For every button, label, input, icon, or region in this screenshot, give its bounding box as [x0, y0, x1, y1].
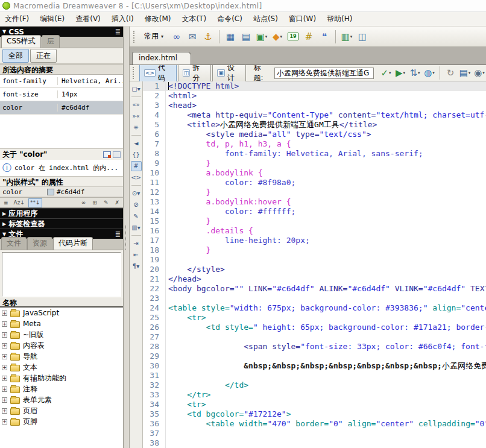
document-title-input[interactable] [274, 68, 374, 79]
show-category-view-icon[interactable]: ≣ [2, 198, 10, 207]
expand-plus-icon[interactable]: + [2, 321, 7, 327]
expand-all-icon[interactable]: ✳ [131, 122, 142, 133]
show-cascade-view-icon[interactable] [113, 151, 121, 158]
select-parent-tag-icon[interactable]: ◄ [131, 138, 142, 148]
collapse-selection-icon[interactable]: »« [131, 111, 142, 121]
document-tab[interactable]: index.html [132, 52, 191, 65]
tag-chooser-icon[interactable]: ◫ [355, 30, 370, 44]
menu-item-10[interactable]: 帮助(H) [327, 14, 352, 24]
snippet-folder-item[interactable]: +有辅助功能的 [0, 373, 123, 383]
hyperlink-icon[interactable]: ∞ [169, 30, 184, 44]
line-number: 24 [143, 303, 166, 313]
rule-row[interactable]: color#c6d4df [0, 187, 123, 197]
recent-snippets-icon[interactable]: ▥▾ [131, 222, 142, 233]
indent-code-icon[interactable]: ⇥ [131, 238, 142, 248]
server-include-icon[interactable]: # [301, 30, 316, 44]
expand-plus-icon[interactable]: + [2, 343, 7, 349]
snippet-folder-item[interactable]: +表单元素 [0, 394, 123, 405]
tab-层[interactable]: 层 [42, 35, 60, 48]
expand-plus-icon[interactable]: + [2, 376, 7, 381]
comment-icon[interactable]: ❝ [317, 30, 332, 44]
expand-plus-icon[interactable]: + [2, 354, 7, 359]
balance-braces-icon[interactable]: {} [131, 150, 142, 160]
panel-header-标签检查器[interactable]: ▶标签检查器 [0, 218, 123, 229]
menu-item-1[interactable]: 文件(F) [5, 14, 29, 24]
expand-plus-icon[interactable]: + [2, 311, 7, 316]
refresh-icon[interactable]: ↻ [444, 66, 457, 80]
snippet-folder-item[interactable]: +Meta [0, 318, 123, 329]
toolbar-grip[interactable] [133, 31, 136, 43]
code-editor[interactable]: 1<!DOCTYPE html>2<html>3<head>4 <meta ht… [143, 81, 486, 448]
remove-comment-icon[interactable]: ⊘ [131, 200, 142, 210]
snippet-folder-item[interactable]: +文本 [0, 362, 123, 373]
named-anchor-icon[interactable]: ⚓ [201, 30, 215, 44]
snippet-folder-item[interactable]: +注释 [0, 383, 123, 394]
attach-style-sheet-icon[interactable]: ∞ [80, 198, 88, 207]
preview-debug-icon[interactable]: ▶▾ [394, 66, 407, 80]
menu-item-5[interactable]: 修改(M) [145, 14, 171, 24]
collapse-full-tag-icon[interactable]: «» [131, 99, 142, 110]
snippet-folder-item[interactable]: +页脚 [0, 416, 123, 427]
insert-div-icon[interactable]: ▤ [239, 30, 253, 44]
snippet-folder-item[interactable]: +内容表 [0, 340, 123, 351]
tab-代码片断[interactable]: 代码片断 [53, 237, 93, 250]
snippet-folder-item[interactable]: +页眉 [0, 405, 123, 416]
summary-row[interactable]: font-size14px [0, 88, 123, 101]
snippet-folder-item[interactable]: +导航 [0, 351, 123, 362]
show-list-view-icon[interactable]: Az↓ [12, 198, 27, 207]
tab-文件[interactable]: 文件 [1, 237, 27, 250]
snippet-name-column-header[interactable]: 名称 [0, 298, 123, 308]
menu-item-4[interactable]: 插入(I) [112, 14, 134, 24]
templates-icon[interactable]: ▥▾ [339, 30, 354, 44]
menu-item-7[interactable]: 命令(C) [217, 14, 242, 24]
insert-media-icon[interactable]: ◆▾ [270, 30, 285, 44]
toolbar-grip[interactable] [133, 67, 135, 79]
panel-menu-icon[interactable]: ≣ [115, 28, 121, 36]
expand-plus-icon[interactable]: + [2, 332, 7, 338]
validate-markup-icon[interactable]: ✓▾ [379, 66, 393, 80]
snippet-folder-item[interactable]: +JavaScript [0, 308, 123, 318]
view-options-icon[interactable]: ▤▾ [458, 66, 472, 80]
highlight-invalid-code-icon[interactable]: <> [131, 172, 142, 183]
format-source-icon[interactable]: ¶▾ [131, 261, 142, 271]
summary-row[interactable]: font-familyHelvetica, Ari... [0, 75, 123, 88]
summary-row[interactable]: color#c6d4df [0, 101, 123, 115]
edit-style-icon[interactable]: ✎ [102, 198, 110, 207]
expand-plus-icon[interactable]: + [2, 365, 7, 370]
menu-item-3[interactable]: 查看(V) [75, 14, 101, 24]
show-set-properties-icon[interactable]: **↓ [28, 198, 42, 207]
menu-item-2[interactable]: 编辑(E) [40, 14, 65, 24]
panel-menu-icon[interactable]: ≣ [115, 230, 121, 238]
insert-table-icon[interactable]: ▦ [223, 30, 238, 44]
apply-comment-icon[interactable]: ⊙▾ [131, 188, 142, 198]
expand-plus-icon[interactable]: + [2, 397, 7, 403]
insert-date-icon[interactable]: 19 [286, 30, 300, 44]
menu-item-9[interactable]: 窗口(W) [289, 14, 316, 24]
filter-button-正在[interactable]: 正在 [30, 49, 57, 63]
filter-button-全部[interactable]: 全部 [2, 49, 29, 63]
expand-plus-icon[interactable]: + [2, 408, 7, 414]
visual-aids-icon[interactable]: ◉▾ [473, 66, 486, 80]
preview-in-browser-icon[interactable]: ◍▾ [423, 66, 436, 80]
snippet-folder-item[interactable]: +~旧版 [0, 329, 123, 340]
expand-plus-icon[interactable]: + [2, 386, 7, 392]
insert-category-dropdown[interactable]: 常用 ▾ [140, 30, 167, 43]
line-numbers-icon[interactable]: # [131, 161, 142, 171]
wrap-tag-icon[interactable]: ✎ [131, 211, 142, 221]
panel-header-应用程序[interactable]: ▶应用程序 [0, 208, 123, 218]
panel-splitter[interactable] [124, 27, 130, 448]
tab-资源[interactable]: 资源 [27, 237, 52, 250]
new-css-rule-icon[interactable]: ⊞ [90, 198, 99, 207]
show-information-view-icon[interactable] [103, 151, 111, 158]
insert-image-icon[interactable]: ▣▾ [254, 30, 269, 44]
menu-item-6[interactable]: 文本(T) [181, 14, 206, 24]
color-swatch[interactable] [47, 189, 54, 195]
menu-item-8[interactable]: 站点(S) [253, 14, 278, 24]
delete-css-rule-icon[interactable]: ✗ [113, 198, 121, 207]
expand-plus-icon[interactable]: + [2, 419, 7, 424]
file-management-icon[interactable]: ⇅▾ [408, 66, 421, 80]
tab-CSS样式[interactable]: CSS样式 [1, 35, 41, 48]
email-link-icon[interactable]: ✉ [185, 30, 200, 44]
open-documents-icon[interactable]: ▢▾ [131, 84, 142, 94]
outdent-code-icon[interactable]: ⇤ [131, 250, 142, 260]
